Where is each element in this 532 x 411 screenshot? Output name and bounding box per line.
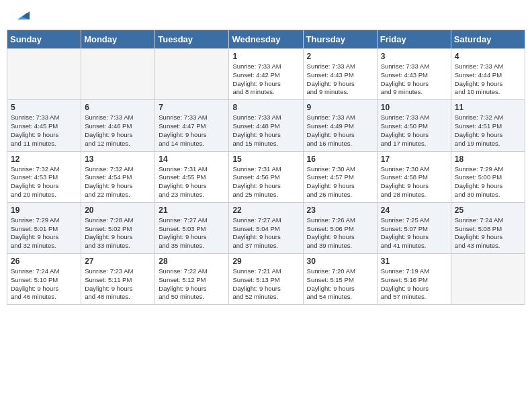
day-number: 2 [307,52,373,61]
page-header [7,7,525,23]
day-number: 18 [455,154,521,164]
day-info: Sunrise: 7:27 AM Sunset: 5:04 PM Dayligh… [232,216,299,250]
day-number: 5 [11,103,77,112]
day-number: 9 [307,103,373,112]
day-info: Sunrise: 7:22 AM Sunset: 5:12 PM Dayligh… [159,267,225,302]
weekday-header: Thursday [303,30,377,49]
calendar-cell: 30Sunrise: 7:20 AM Sunset: 5:15 PM Dayli… [303,254,377,305]
calendar-cell: 24Sunrise: 7:25 AM Sunset: 5:07 PM Dayli… [377,202,451,253]
day-number: 15 [232,154,299,164]
day-info: Sunrise: 7:24 AM Sunset: 5:08 PM Dayligh… [455,216,521,250]
calendar-cell [155,49,229,100]
day-info: Sunrise: 7:23 AM Sunset: 5:11 PM Dayligh… [85,267,151,302]
day-number: 21 [159,205,225,215]
weekday-header: Friday [377,30,451,49]
day-info: Sunrise: 7:29 AM Sunset: 5:01 PM Dayligh… [11,216,77,250]
day-info: Sunrise: 7:31 AM Sunset: 4:56 PM Dayligh… [232,165,299,199]
day-info: Sunrise: 7:26 AM Sunset: 5:06 PM Dayligh… [307,216,373,250]
calendar-cell: 16Sunrise: 7:30 AM Sunset: 4:57 PM Dayli… [303,151,377,202]
day-number: 19 [11,205,77,215]
calendar-cell [7,49,81,100]
day-info: Sunrise: 7:33 AM Sunset: 4:42 PM Dayligh… [232,62,299,97]
day-info: Sunrise: 7:25 AM Sunset: 5:07 PM Dayligh… [381,216,447,250]
day-number: 30 [307,257,373,266]
day-number: 16 [307,154,373,164]
day-info: Sunrise: 7:30 AM Sunset: 4:57 PM Dayligh… [307,165,373,199]
calendar-cell: 23Sunrise: 7:26 AM Sunset: 5:06 PM Dayli… [303,202,377,253]
calendar-cell: 29Sunrise: 7:21 AM Sunset: 5:13 PM Dayli… [229,254,303,305]
day-info: Sunrise: 7:33 AM Sunset: 4:45 PM Dayligh… [11,113,77,148]
day-number: 17 [381,154,447,164]
day-info: Sunrise: 7:33 AM Sunset: 4:47 PM Dayligh… [159,113,225,148]
calendar-cell: 5Sunrise: 7:33 AM Sunset: 4:45 PM Daylig… [7,100,81,151]
day-info: Sunrise: 7:33 AM Sunset: 4:49 PM Dayligh… [307,113,373,148]
day-number: 4 [455,52,521,61]
calendar-cell: 21Sunrise: 7:27 AM Sunset: 5:03 PM Dayli… [155,202,229,253]
day-info: Sunrise: 7:20 AM Sunset: 5:15 PM Dayligh… [307,267,373,302]
calendar-cell: 11Sunrise: 7:32 AM Sunset: 4:51 PM Dayli… [451,100,525,151]
day-number: 24 [381,205,447,215]
weekday-header: Sunday [7,30,81,49]
calendar-cell: 4Sunrise: 7:33 AM Sunset: 4:44 PM Daylig… [451,49,525,100]
weekday-header: Tuesday [155,30,229,49]
day-info: Sunrise: 7:32 AM Sunset: 4:53 PM Dayligh… [11,165,77,199]
day-number: 3 [381,52,447,61]
weekday-header: Monday [81,30,155,49]
day-number: 25 [455,205,521,215]
calendar-cell: 15Sunrise: 7:31 AM Sunset: 4:56 PM Dayli… [229,151,303,202]
calendar-cell: 26Sunrise: 7:24 AM Sunset: 5:10 PM Dayli… [7,254,81,305]
day-number: 11 [455,103,521,112]
day-info: Sunrise: 7:24 AM Sunset: 5:10 PM Dayligh… [11,267,77,302]
day-info: Sunrise: 7:32 AM Sunset: 4:51 PM Dayligh… [455,113,521,148]
day-number: 22 [232,205,299,215]
calendar-cell: 9Sunrise: 7:33 AM Sunset: 4:49 PM Daylig… [303,100,377,151]
day-number: 29 [232,257,299,266]
day-info: Sunrise: 7:30 AM Sunset: 4:58 PM Dayligh… [381,165,447,199]
day-number: 13 [85,154,151,164]
day-number: 23 [307,205,373,215]
calendar-cell: 13Sunrise: 7:32 AM Sunset: 4:54 PM Dayli… [81,151,155,202]
day-number: 26 [11,257,77,266]
logo [13,10,30,19]
day-number: 6 [85,103,151,112]
day-number: 31 [381,257,447,266]
weekday-header: Saturday [451,30,525,49]
day-number: 27 [85,257,151,266]
day-info: Sunrise: 7:21 AM Sunset: 5:13 PM Dayligh… [232,267,299,302]
calendar-cell: 8Sunrise: 7:33 AM Sunset: 4:48 PM Daylig… [229,100,303,151]
day-info: Sunrise: 7:33 AM Sunset: 4:44 PM Dayligh… [455,62,521,97]
day-info: Sunrise: 7:28 AM Sunset: 5:02 PM Dayligh… [85,216,151,250]
calendar-cell: 25Sunrise: 7:24 AM Sunset: 5:08 PM Dayli… [451,202,525,253]
calendar-cell: 31Sunrise: 7:19 AM Sunset: 5:16 PM Dayli… [377,254,451,305]
day-number: 10 [381,103,447,112]
day-info: Sunrise: 7:32 AM Sunset: 4:54 PM Dayligh… [85,165,151,199]
calendar-table: SundayMondayTuesdayWednesdayThursdayFrid… [7,30,525,305]
day-number: 28 [159,257,225,266]
calendar-cell: 17Sunrise: 7:30 AM Sunset: 4:58 PM Dayli… [377,151,451,202]
calendar-cell: 10Sunrise: 7:33 AM Sunset: 4:50 PM Dayli… [377,100,451,151]
day-number: 12 [11,154,77,164]
logo-icon [15,7,30,22]
day-info: Sunrise: 7:29 AM Sunset: 5:00 PM Dayligh… [455,165,521,199]
day-info: Sunrise: 7:27 AM Sunset: 5:03 PM Dayligh… [159,216,225,250]
day-number: 7 [159,103,225,112]
day-number: 20 [85,205,151,215]
calendar-cell: 18Sunrise: 7:29 AM Sunset: 5:00 PM Dayli… [451,151,525,202]
day-info: Sunrise: 7:31 AM Sunset: 4:55 PM Dayligh… [159,165,225,199]
day-number: 1 [232,52,299,61]
calendar-cell: 6Sunrise: 7:33 AM Sunset: 4:46 PM Daylig… [81,100,155,151]
calendar-cell: 3Sunrise: 7:33 AM Sunset: 4:43 PM Daylig… [377,49,451,100]
calendar-cell: 1Sunrise: 7:33 AM Sunset: 4:42 PM Daylig… [229,49,303,100]
calendar-cell: 22Sunrise: 7:27 AM Sunset: 5:04 PM Dayli… [229,202,303,253]
calendar-cell: 12Sunrise: 7:32 AM Sunset: 4:53 PM Dayli… [7,151,81,202]
calendar-cell: 7Sunrise: 7:33 AM Sunset: 4:47 PM Daylig… [155,100,229,151]
calendar-cell: 2Sunrise: 7:33 AM Sunset: 4:43 PM Daylig… [303,49,377,100]
day-info: Sunrise: 7:33 AM Sunset: 4:50 PM Dayligh… [381,113,447,148]
calendar-cell: 27Sunrise: 7:23 AM Sunset: 5:11 PM Dayli… [81,254,155,305]
day-info: Sunrise: 7:33 AM Sunset: 4:43 PM Dayligh… [307,62,373,97]
day-number: 8 [232,103,299,112]
weekday-header: Wednesday [229,30,303,49]
calendar-cell: 20Sunrise: 7:28 AM Sunset: 5:02 PM Dayli… [81,202,155,253]
day-info: Sunrise: 7:33 AM Sunset: 4:43 PM Dayligh… [381,62,447,97]
calendar-cell: 28Sunrise: 7:22 AM Sunset: 5:12 PM Dayli… [155,254,229,305]
